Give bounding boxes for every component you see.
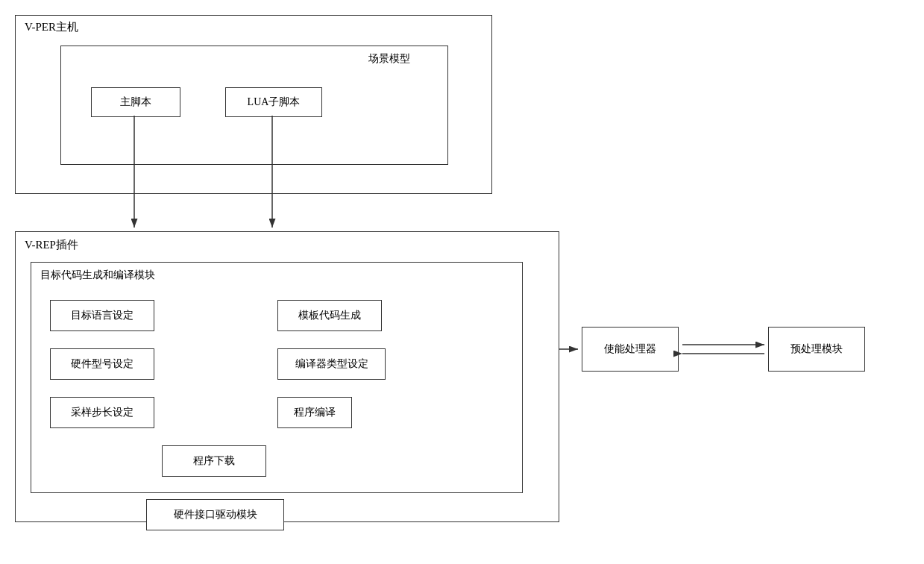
sampling-step-label: 采样步长设定	[71, 406, 133, 419]
hardware-interface-box: 硬件接口驱动模块	[146, 499, 284, 530]
sampling-step-box: 采样步长设定	[50, 397, 154, 428]
preprocessing-box: 预处理模块	[768, 327, 865, 372]
scene-model-box: 场景模型 主脚本 LUA子脚本	[60, 46, 448, 165]
main-script-box: 主脚本	[91, 87, 180, 117]
diagram-container: V-PER主机 场景模型 主脚本 LUA子脚本 V-REP插件 目标代码生成和编…	[0, 0, 924, 564]
target-language-box: 目标语言设定	[50, 300, 154, 331]
target-code-module-label: 目标代码生成和编译模块	[40, 269, 155, 282]
facilitator-box: 使能处理器	[582, 327, 679, 372]
target-code-module-box: 目标代码生成和编译模块 目标语言设定 模板代码生成 硬件型号设定 编译器类型设定…	[31, 262, 523, 493]
program-compile-box: 程序编译	[277, 397, 352, 428]
compiler-type-label: 编译器类型设定	[295, 357, 368, 371]
template-code-box: 模板代码生成	[277, 300, 382, 331]
vper-host-label: V-PER主机	[25, 20, 78, 34]
program-download-label: 程序下载	[193, 454, 235, 468]
lua-script-label: LUA子脚本	[248, 95, 301, 109]
template-code-label: 模板代码生成	[298, 309, 361, 322]
vper-host-box: V-PER主机 场景模型 主脚本 LUA子脚本	[15, 15, 492, 194]
program-compile-label: 程序编译	[294, 406, 336, 419]
vrep-plugin-label: V-REP插件	[25, 238, 78, 252]
hardware-model-label: 硬件型号设定	[71, 357, 133, 371]
preprocessing-label: 预处理模块	[791, 342, 843, 356]
lua-script-box: LUA子脚本	[225, 87, 322, 117]
target-language-label: 目标语言设定	[71, 309, 133, 322]
program-download-box: 程序下载	[162, 445, 266, 477]
hardware-model-box: 硬件型号设定	[50, 348, 154, 380]
compiler-type-box: 编译器类型设定	[277, 348, 386, 380]
facilitator-label: 使能处理器	[604, 342, 656, 356]
scene-model-label: 场景模型	[368, 52, 410, 66]
vrep-plugin-box: V-REP插件 目标代码生成和编译模块 目标语言设定 模板代码生成 硬件型号设定…	[15, 231, 559, 522]
main-script-label: 主脚本	[120, 95, 151, 109]
hardware-interface-label: 硬件接口驱动模块	[174, 508, 257, 521]
